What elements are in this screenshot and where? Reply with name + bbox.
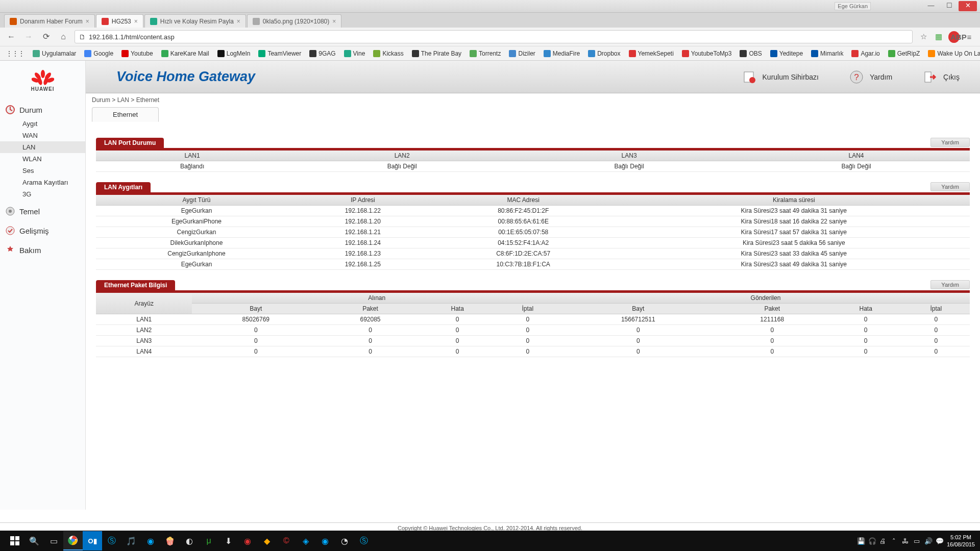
bookmark-item[interactable]: Wake Up On Lan - T... (928, 50, 980, 57)
app-icon-3[interactable]: ◉ (315, 531, 335, 550)
ccleaner-icon[interactable]: © (277, 531, 296, 550)
table-header: Hata (829, 304, 902, 314)
help-link[interactable]: ? Yardım (849, 70, 892, 84)
itunes-icon[interactable]: 🎵 (121, 531, 141, 550)
bookmark-item[interactable]: Yeditepe (770, 50, 803, 57)
sidebar-item-ses[interactable]: Ses (0, 165, 85, 177)
table-cell: 0 (494, 325, 561, 336)
app-icon-2[interactable]: ◆ (257, 531, 277, 550)
browser-tabs: Donanım Haber Forum×HG253×Hızlı ve Kolay… (0, 13, 980, 28)
back-button[interactable]: ← (5, 31, 17, 43)
sidebar-group-temel[interactable]: Temel (0, 203, 85, 219)
clock[interactable]: 5:02 PM 16/08/2015 (947, 534, 975, 548)
bookmark-item[interactable]: Mimarlık (811, 50, 843, 57)
obs-icon[interactable]: ◐ (180, 531, 199, 550)
sidebar-group-gelişmiş[interactable]: Gelişmiş (0, 222, 85, 239)
chrome-user[interactable]: Ege Gürkan (835, 2, 871, 10)
jdownloader-icon[interactable]: ⬇ (218, 531, 238, 550)
skype-icon-2[interactable]: Ⓢ (354, 531, 374, 550)
logout-link[interactable]: Çıkış (923, 70, 960, 84)
tab-ethernet[interactable]: Ethernet (92, 107, 159, 122)
table-cell: 192.168.1.25 (297, 259, 429, 270)
outlook-icon[interactable]: O▮ (83, 531, 102, 550)
sidebar-item-wan[interactable]: WAN (0, 130, 85, 141)
abp-icon[interactable]: ABP (948, 31, 960, 43)
tray-up-icon[interactable]: ˄ (891, 537, 898, 545)
home-button[interactable]: ⌂ (57, 31, 69, 43)
bookmark-item[interactable]: Diziler (509, 50, 535, 57)
forward-button[interactable]: → (22, 31, 35, 43)
teamviewer-icon[interactable]: ◈ (296, 531, 315, 550)
tray-icon[interactable]: 🖨 (879, 537, 887, 545)
bookmark-item[interactable]: 9GAG (309, 50, 335, 57)
start-button[interactable] (5, 531, 24, 550)
network-icon[interactable]: 🖧 (902, 537, 909, 545)
bookmark-item[interactable]: MediaFire (544, 50, 580, 57)
table-header: LAN3 (516, 151, 743, 161)
router-header: Voice Home Gateway Kurulum Sihirbazı ? Y… (86, 61, 980, 93)
sidebar-item-lan[interactable]: LAN (0, 141, 85, 153)
sidebar-item-aygıt[interactable]: Aygıt (0, 118, 85, 130)
tab-close-icon[interactable]: × (86, 18, 89, 25)
tray-icon[interactable]: 🎧 (868, 537, 875, 545)
minimize-button[interactable]: — (922, 1, 940, 11)
bookmark-item[interactable]: YoutubeToMp3 (682, 50, 732, 57)
steam-icon[interactable]: ◔ (335, 531, 354, 550)
task-view-icon[interactable]: ▭ (44, 531, 63, 550)
app-icon-1[interactable]: ◉ (238, 531, 257, 550)
bookmark-item[interactable]: TeamViewer (258, 50, 301, 57)
bookmark-star-icon[interactable]: ☆ (918, 32, 929, 41)
tab-close-icon[interactable]: × (237, 18, 240, 25)
notification-icon[interactable]: 💬 (936, 537, 943, 545)
bookmark-item[interactable]: The Pirate Bay (412, 50, 461, 57)
bookmark-item[interactable]: Google (84, 50, 113, 57)
sidebar-group-durum[interactable]: Durum (0, 102, 85, 118)
bookmark-item[interactable]: Agar.io (851, 50, 879, 57)
wizard-link[interactable]: Kurulum Sihirbazı (742, 70, 819, 84)
browser-tab[interactable]: HG253× (96, 14, 143, 28)
bookmark-item[interactable]: Kickass (373, 50, 403, 57)
extension-icon[interactable]: ▦ (933, 32, 944, 41)
popcorn-icon[interactable]: 🍿 (160, 531, 180, 550)
table-cell: EgeGurkaniPhone (96, 216, 297, 227)
utorrent-icon[interactable]: μ (199, 531, 218, 550)
bookmark-item[interactable]: KareKare Mail (161, 50, 209, 57)
bookmark-item[interactable]: Uygulamalar (33, 50, 76, 57)
tab-close-icon[interactable]: × (134, 18, 138, 25)
sidebar-item-wlan[interactable]: WLAN (0, 153, 85, 165)
section-help-button[interactable]: Yardım (930, 280, 970, 289)
browser-tab[interactable]: Hızlı ve Kolay Resim Payla× (144, 14, 246, 28)
bookmark-item[interactable]: Youtube (121, 50, 153, 57)
search-icon[interactable]: 🔍 (24, 531, 44, 550)
reload-button[interactable]: ⟳ (40, 31, 52, 43)
browser-tab[interactable]: Donanım Haber Forum× (4, 14, 95, 28)
bookmark-item[interactable]: Vine (344, 50, 365, 57)
skype-icon[interactable]: Ⓢ (102, 531, 121, 550)
bookmark-item[interactable]: Torrentz (470, 50, 501, 57)
table-cell: Kira Süresi23 saat 5 dakika 56 saniye (618, 238, 970, 248)
url-input[interactable]: 🗋 192.168.1.1/html/content.asp (75, 30, 913, 43)
tab-close-icon[interactable]: × (332, 18, 336, 25)
bookmark-icon (161, 50, 168, 57)
bookmark-item[interactable]: YemekSepeti (629, 50, 674, 57)
chrome-icon[interactable] (63, 531, 83, 550)
maximize-button[interactable]: ☐ (940, 1, 959, 11)
mpc-icon[interactable]: ◉ (141, 531, 160, 550)
sidebar-item-3g[interactable]: 3G (0, 188, 85, 200)
section-help-button[interactable]: Yardım (930, 182, 970, 191)
sidebar-item-arama kayıtları[interactable]: Arama Kayıtları (0, 177, 85, 188)
bookmark-item[interactable]: GetRipZ (888, 50, 920, 57)
bookmark-item[interactable]: LogMeIn (217, 50, 251, 57)
lang-icon[interactable]: ▭ (913, 537, 920, 545)
apps-icon[interactable]: ⋮⋮⋮ (6, 50, 24, 57)
bookmark-item[interactable]: Dropbox (588, 50, 620, 57)
section-help-button[interactable]: Yardım (930, 138, 970, 147)
sidebar-group-bakım[interactable]: Bakım (0, 242, 85, 258)
table-cell: 00:1E:65:05:07:58 (429, 227, 618, 238)
bookmark-item[interactable]: OBS (740, 50, 762, 57)
volume-icon[interactable]: 🔊 (924, 537, 932, 545)
close-button[interactable]: ✕ (959, 1, 977, 11)
menu-icon[interactable]: ≡ (964, 33, 975, 41)
tray-icon[interactable]: 💾 (857, 537, 864, 545)
browser-tab[interactable]: 0kla5o.png (980×551)× (247, 14, 341, 28)
